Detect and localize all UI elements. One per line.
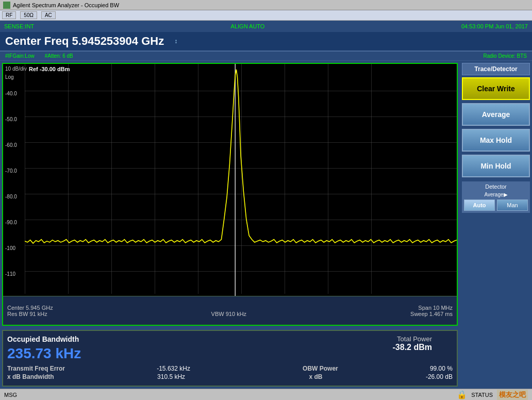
span-display: Span 10 MHz	[418, 305, 453, 311]
y-label-2: -60.0	[5, 142, 17, 148]
spectrum-svg	[25, 64, 457, 326]
sub-header: #IFGain:Low #Atten: 6 dB Radio Device: B…	[0, 52, 532, 61]
trace-detector-header: Trace/Detector	[462, 63, 530, 75]
m-val-1-0: 310.5 kHz	[157, 373, 185, 380]
timestamp-label: 04:53:00 PM Jun 01, 2017	[461, 23, 528, 29]
toolbar-item-rf[interactable]: RF	[2, 11, 16, 19]
y-label-6: -100	[5, 245, 15, 251]
vbw-display: VBW 910 kHz	[211, 311, 246, 317]
lock-icon: 🔒	[457, 390, 467, 399]
atten-label: #Atten: 6 dB	[45, 53, 73, 59]
center-freq-bar: Center Freq 5.945253904 GHz ↕	[0, 32, 532, 52]
watermark-label: 模友之吧	[497, 390, 528, 400]
y-label-4: -80.0	[5, 194, 17, 199]
status-bar: MSG 🔒 STATUS 模友之吧	[0, 389, 532, 400]
window-title: Agilent Spectrum Analyzer - Occupied BW	[13, 2, 119, 8]
title-bar: Agilent Spectrum Analyzer - Occupied BW	[0, 0, 532, 10]
max-hold-button[interactable]: Max Hold	[462, 129, 530, 152]
detector-row: Auto Man	[464, 199, 528, 211]
average-button[interactable]: Average	[462, 103, 530, 126]
m-label-1-0: x dB Bandwidth	[7, 373, 54, 380]
center-display: Center 5.945 GHz	[7, 305, 53, 311]
min-hold-button[interactable]: Min Hold	[462, 155, 530, 177]
status-label: STATUS	[471, 392, 493, 398]
y-label-7: -110	[5, 271, 15, 277]
msg-label: MSG	[4, 392, 17, 398]
y-label-0: -40.0	[5, 91, 17, 96]
right-panel: Trace/Detector Clear Write Average Max H…	[460, 61, 532, 389]
log-label: Log	[5, 74, 14, 80]
chart-bottom-info: Center 5.945 GHz Span 10 MHz Res BW 91 k…	[3, 296, 457, 325]
m-label-0-0: Transmit Freq Error	[7, 365, 65, 372]
main-content: 10 dB/div Ref -30.00 dBm Log -40.0 -50.0…	[0, 61, 532, 389]
clear-write-button[interactable]: Clear Write	[462, 77, 530, 100]
detector-label: Detector	[464, 184, 528, 190]
header-info: SENSE:INT ALIGN AUTO 04:53:00 PM Jun 01,…	[0, 21, 532, 32]
spectrum-chart: 10 dB/div Ref -30.00 dBm Log -40.0 -50.0…	[2, 63, 458, 326]
sweep-display: Sweep 1.467 ms	[410, 311, 453, 317]
m-val-0-0: -15.632 kHz	[157, 365, 190, 372]
measurement-title: Occupied Bandwidth	[7, 335, 81, 343]
m-val-0-1: 99.00 %	[430, 365, 453, 372]
measurement-panel: Occupied Bandwidth 235.73 kHz Total Powe…	[2, 330, 458, 387]
center-freq-label: Center Freq 5.945253904 GHz	[5, 35, 164, 48]
radio-device-label: Radio Device: BTS	[484, 53, 527, 59]
detector-man-btn[interactable]: Man	[497, 199, 528, 211]
detector-sub-label: Average▶	[464, 192, 528, 197]
measurement-main-value: 235.73 kHz	[7, 345, 81, 362]
m-label-1-1: x dB	[309, 373, 323, 380]
toolbar: RF 50Ω AC	[0, 10, 532, 21]
spectrum-panel: 10 dB/div Ref -30.00 dBm Log -40.0 -50.0…	[0, 61, 460, 389]
m-val-1-1: -26.00 dB	[426, 373, 453, 380]
y-label-3: -70.0	[5, 168, 17, 174]
align-label: ALIGN AUTO	[231, 23, 265, 29]
toolbar-item-ac[interactable]: AC	[41, 11, 56, 19]
detector-section: Detector Average▶ Auto Man	[462, 181, 530, 213]
app-icon	[3, 2, 10, 9]
toolbar-item-impedance[interactable]: 50Ω	[20, 11, 37, 19]
detector-auto-btn[interactable]: Auto	[464, 199, 495, 211]
m-label-0-1: OBW Power	[303, 365, 338, 372]
res-bw-display: Res BW 91 kHz	[7, 311, 47, 317]
y-label-1: -50.0	[5, 116, 17, 122]
scale-label: 10 dB/div	[5, 66, 27, 72]
y-label-5: -90.0	[5, 220, 17, 225]
measurement-row-0: Transmit Freq Error -15.632 kHz OBW Powe…	[7, 365, 453, 372]
sense-label: SENSE:INT	[4, 23, 34, 29]
measurement-row-1: x dB Bandwidth 310.5 kHz x dB -26.00 dB	[7, 373, 453, 380]
scroll-icon: ↕	[174, 38, 177, 45]
total-power-label: Total Power	[393, 335, 432, 343]
total-power-value: -38.2 dBm	[393, 343, 432, 352]
if-gain-label: #IFGain:Low	[5, 53, 35, 59]
